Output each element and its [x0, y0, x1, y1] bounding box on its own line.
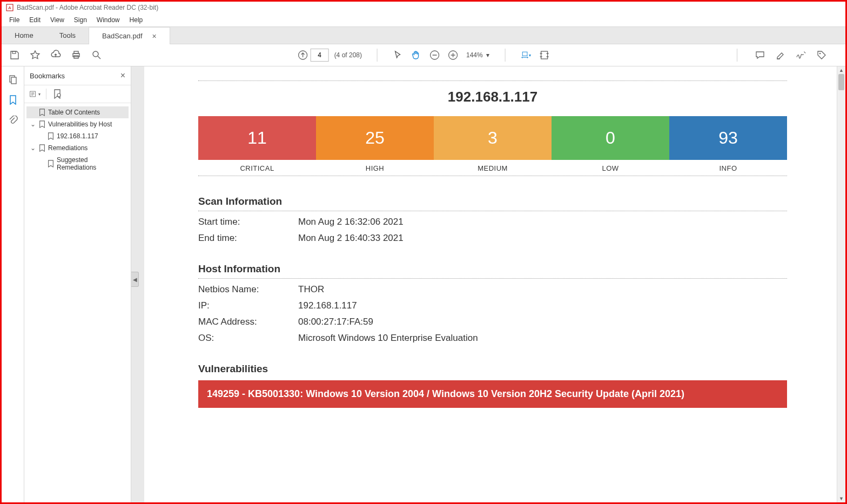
- vulnerabilities-heading: Vulnerabilities: [198, 363, 787, 375]
- bookmark-label: Table Of Contents: [48, 109, 100, 116]
- bookmark-tree: Table Of Contents ⌄ Vulnerabilities by H…: [24, 103, 131, 177]
- scroll-up-icon[interactable]: ▲: [837, 66, 845, 74]
- bookmarks-title: Bookmarks: [30, 72, 65, 80]
- window-titlebar: A BadScan.pdf - Adobe Acrobat Reader DC …: [2, 2, 845, 14]
- svg-text:A: A: [8, 5, 11, 10]
- zoom-level[interactable]: 144% ▾: [466, 51, 489, 59]
- severity-low-count: 0: [552, 116, 669, 160]
- chevron-down-icon[interactable]: ⌄: [30, 120, 36, 128]
- severity-info-count: 93: [669, 116, 787, 160]
- bookmark-host-ip[interactable]: 192.168.1.117: [26, 130, 129, 142]
- print-icon[interactable]: [71, 50, 82, 61]
- svg-rect-15: [11, 77, 16, 84]
- scrollbar-thumb[interactable]: [838, 74, 844, 90]
- severity-low-label: LOW: [552, 164, 669, 172]
- vulnerability-item: 149259 - KB5001330: Windows 10 Version 2…: [198, 380, 787, 408]
- netbios-label: Netbios Name:: [198, 284, 298, 295]
- search-icon[interactable]: [91, 50, 102, 61]
- bookmark-label: Suggested Remediations: [57, 156, 116, 171]
- severity-high-count: 25: [316, 116, 434, 160]
- close-pane-icon[interactable]: ×: [120, 71, 125, 80]
- fit-width-icon[interactable]: ▾: [520, 50, 531, 61]
- chevron-down-icon[interactable]: ⌄: [30, 144, 36, 152]
- save-icon[interactable]: [9, 50, 20, 61]
- netbios-value: THOR: [298, 284, 324, 295]
- svg-rect-2: [12, 51, 16, 53]
- os-label: OS:: [198, 333, 298, 344]
- svg-rect-12: [541, 51, 547, 59]
- start-time-label: Start time:: [198, 217, 298, 227]
- menu-edit[interactable]: Edit: [25, 15, 45, 25]
- comment-icon[interactable]: [755, 50, 765, 61]
- star-icon[interactable]: [30, 50, 41, 61]
- bookmarks-pane: Bookmarks × ▾ Table Of Contents ⌄ Vulner…: [24, 66, 131, 502]
- report-host-title: 192.168.1.117: [198, 89, 787, 105]
- bookmark-icon: [47, 160, 55, 167]
- bookmark-toc[interactable]: Table Of Contents: [26, 106, 129, 118]
- severity-high-label: HIGH: [316, 164, 434, 172]
- tab-document-label: BadScan.pdf: [102, 32, 142, 40]
- severity-labels: CRITICAL HIGH MEDIUM LOW INFO: [198, 164, 787, 172]
- zoom-in-icon[interactable]: [448, 50, 459, 61]
- svg-rect-4: [74, 51, 78, 53]
- end-time-value: Mon Aug 2 16:40:33 2021: [298, 233, 404, 244]
- bookmark-icon: [47, 132, 55, 140]
- page-number-input[interactable]: [311, 49, 329, 62]
- hand-pan-icon[interactable]: [411, 50, 422, 61]
- zoom-out-icon[interactable]: [429, 50, 440, 61]
- mac-label: MAC Address:: [198, 317, 298, 327]
- host-info-heading: Host Information: [198, 263, 787, 275]
- thumbnails-icon[interactable]: [8, 74, 18, 85]
- bookmark-remediations[interactable]: ⌄ Remediations: [26, 142, 129, 154]
- page-up-icon[interactable]: [298, 50, 308, 61]
- tab-document[interactable]: BadScan.pdf ×: [89, 27, 170, 44]
- severity-info-label: INFO: [669, 164, 787, 172]
- highlight-icon[interactable]: [775, 50, 786, 61]
- tab-strip: Home Tools BadScan.pdf ×: [2, 27, 845, 44]
- svg-rect-11: [522, 52, 527, 56]
- document-area[interactable]: ◀ 192.168.1.117 11 25 3 0 93 CRITICAL HI…: [131, 66, 845, 502]
- sign-icon[interactable]: [796, 50, 806, 61]
- severity-critical-label: CRITICAL: [198, 164, 316, 172]
- close-tab-icon[interactable]: ×: [152, 32, 157, 40]
- bookmark-icon: [38, 120, 46, 128]
- cloud-upload-icon[interactable]: [50, 50, 61, 61]
- svg-point-6: [93, 51, 98, 57]
- bookmark-label: Vulnerabilities by Host: [48, 120, 112, 128]
- mac-value: 08:00:27:17:FA:59: [298, 317, 373, 327]
- pdf-page: 192.168.1.117 11 25 3 0 93 CRITICAL HIGH…: [144, 66, 841, 502]
- severity-bar: 11 25 3 0 93: [198, 116, 787, 160]
- menu-view[interactable]: View: [46, 15, 69, 25]
- svg-point-13: [819, 53, 821, 55]
- menu-file[interactable]: File: [5, 15, 24, 25]
- attachments-icon[interactable]: [8, 115, 18, 126]
- scan-info-heading: Scan Information: [198, 196, 787, 207]
- pdf-file-icon: A: [6, 4, 14, 11]
- main-toolbar: (4 of 208) 144% ▾ ▾: [2, 44, 845, 66]
- bookmark-suggested-remediations[interactable]: Suggested Remediations: [26, 154, 129, 173]
- page-count: (4 of 208): [334, 51, 362, 59]
- end-time-label: End time:: [198, 233, 298, 244]
- severity-medium-label: MEDIUM: [434, 164, 552, 172]
- left-rail: [2, 66, 24, 502]
- menu-sign[interactable]: Sign: [70, 15, 91, 25]
- tab-home[interactable]: Home: [2, 27, 46, 44]
- page-display-icon[interactable]: [539, 50, 549, 61]
- bookmark-options-icon[interactable]: ▾: [30, 89, 41, 99]
- tab-tools[interactable]: Tools: [46, 27, 89, 44]
- bookmark-label: 192.168.1.117: [57, 132, 98, 140]
- bookmark-label: Remediations: [48, 144, 88, 152]
- toolbar-sep-1: [377, 49, 378, 62]
- menu-help[interactable]: Help: [125, 15, 147, 25]
- vertical-scrollbar[interactable]: ▲ ▼: [837, 66, 845, 502]
- tag-icon[interactable]: [816, 50, 827, 61]
- bookmarks-icon[interactable]: [8, 95, 18, 105]
- find-bookmark-icon[interactable]: [52, 89, 63, 99]
- bookmark-vulns-by-host[interactable]: ⌄ Vulnerabilities by Host: [26, 118, 129, 130]
- window-title: BadScan.pdf - Adobe Acrobat Reader DC (3…: [17, 4, 158, 11]
- svg-point-17: [57, 93, 60, 97]
- collapse-pane-icon[interactable]: ◀: [131, 272, 139, 287]
- scroll-down-icon[interactable]: ▼: [837, 495, 845, 502]
- selection-cursor-icon[interactable]: [393, 50, 404, 61]
- menu-window[interactable]: Window: [92, 15, 124, 25]
